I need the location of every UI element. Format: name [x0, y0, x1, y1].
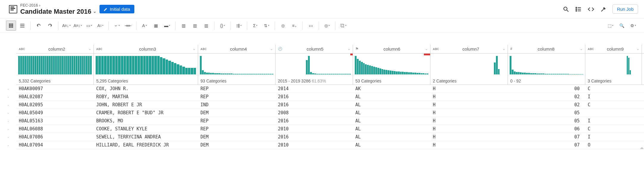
cell-c7[interactable]: H — [430, 101, 508, 109]
cell-c9[interactable] — [585, 109, 642, 117]
column-header-c5[interactable]: 🕘column5⌄ — [276, 45, 353, 53]
cell-c8[interactable]: 06 — [508, 125, 585, 133]
page-title[interactable]: Candidate Master 2016 ⌄ — [20, 8, 97, 15]
histogram-c7[interactable] — [430, 54, 508, 77]
replace-button[interactable]: ▬▾ — [162, 21, 172, 31]
eyedropper-icon[interactable] — [600, 6, 607, 13]
list-view-button[interactable] — [17, 21, 27, 31]
breadcrumb[interactable]: FEC-2016 › — [20, 3, 97, 8]
cell-c7[interactable]: H — [430, 141, 508, 149]
histogram-c3[interactable] — [94, 54, 198, 77]
cell-c4[interactable]: DEM — [198, 133, 276, 141]
cell-c8[interactable]: 05 — [508, 109, 585, 117]
cell-c4[interactable]: REP — [198, 85, 276, 93]
join-button[interactable]: ◎ — [278, 21, 288, 31]
sort-desc-button[interactable]: AB↕▾ — [73, 21, 83, 31]
table-row[interactable]: H0AK00097COX, JOHN R.REP2014AKH00C — [16, 85, 644, 93]
cell-c7[interactable]: H — [430, 109, 508, 117]
column-header-c6[interactable]: ⚑column6⌄ — [353, 45, 430, 53]
cell-c3[interactable]: ROBY, MARTHA — [94, 93, 198, 101]
histogram-c4[interactable] — [198, 54, 276, 77]
select-button[interactable]: ⬚▾ — [605, 21, 615, 31]
filter-button[interactable]: ⇶▾ — [234, 21, 244, 31]
undo-button[interactable] — [34, 21, 44, 31]
cell-c3[interactable]: BROOKS, MO — [94, 117, 198, 125]
chevron-down-icon[interactable]: ⌄ — [193, 47, 195, 51]
chevron-down-icon[interactable]: ⌄ — [88, 47, 91, 51]
column-header-c9[interactable]: ᴀʙᴄcolumn9⌄ — [585, 45, 642, 53]
column-header-c2[interactable]: ᴀʙᴄcolumn2⌄ — [16, 45, 94, 53]
cell-c7[interactable]: H — [430, 125, 508, 133]
column-op2-button[interactable]: ▥ — [190, 21, 200, 31]
cell-c7[interactable]: H — [430, 85, 508, 93]
chevron-down-icon[interactable]: ⌄ — [348, 47, 350, 51]
table-row[interactable]: H0AL06088COOKE, STANLEY KYLEREP2010ALH06… — [16, 125, 644, 133]
cell-c8[interactable]: 07 — [508, 141, 585, 149]
histogram-c9[interactable] — [585, 54, 642, 77]
search-icon[interactable] — [562, 6, 570, 13]
cell-c9[interactable]: I — [585, 117, 642, 125]
rename-button[interactable]: ▭▾ — [84, 21, 94, 31]
aggregate-button[interactable]: Σ▾ — [250, 21, 260, 31]
cell-c6[interactable]: AK — [353, 85, 430, 93]
cell-c2[interactable]: H0AL05163 — [16, 117, 94, 125]
table-row[interactable]: H0AL02095JOHN, ROBERT E JRIND2016ALH02C — [16, 101, 644, 109]
chevron-down-icon[interactable]: ⌄ — [637, 47, 639, 51]
cell-c3[interactable]: HILLIARD, EARL FREDERICK JR — [94, 141, 198, 149]
cell-c6[interactable]: AL — [353, 117, 430, 125]
cell-c3[interactable]: COX, JOHN R. — [94, 85, 198, 93]
cell-c2[interactable]: H0AL05049 — [16, 109, 94, 117]
cell-c5[interactable]: 2014 — [276, 85, 353, 93]
cell-c5[interactable]: 2008 — [276, 109, 353, 117]
pivot-button[interactable]: ⇅▾ — [262, 21, 272, 31]
column-header-c3[interactable]: ᴀʙᴄcolumn3⌄ — [94, 45, 198, 53]
extract-button[interactable]: ▦ — [151, 21, 161, 31]
column-header-c4[interactable]: ᴀʙᴄcolumn4⌄ — [198, 45, 276, 53]
histogram-c2[interactable] — [16, 54, 94, 77]
cell-c2[interactable]: H0AL07086 — [16, 133, 94, 141]
cell-c3[interactable]: CRAMER, ROBERT E "BUD" JR — [94, 109, 198, 117]
cell-c5[interactable]: 2010 — [276, 125, 353, 133]
cell-c2[interactable]: H0AK00097 — [16, 85, 94, 93]
cell-c5[interactable]: 2016 — [276, 117, 353, 125]
column-header-c7[interactable]: ᴀʙᴄcolumn7⌄ — [430, 45, 508, 53]
table-row[interactable]: H0AL05049CRAMER, ROBERT E "BUD" JRDEM200… — [16, 109, 644, 117]
settings-button[interactable]: ⚙▾ — [628, 21, 638, 31]
cell-c2[interactable]: H0AL06088 — [16, 125, 94, 133]
cell-c5[interactable]: 2016 — [276, 93, 353, 101]
union-button[interactable]: ≡₊ — [289, 21, 299, 31]
cell-c6[interactable]: AL — [353, 125, 430, 133]
chevron-down-icon[interactable]: ⌄ — [425, 47, 428, 51]
cell-c8[interactable]: 05 — [508, 117, 585, 125]
cell-c4[interactable]: REP — [198, 125, 276, 133]
cell-c4[interactable]: REP — [198, 117, 276, 125]
cell-c9[interactable]: C — [585, 125, 642, 133]
cell-c8[interactable]: 00 — [508, 85, 585, 93]
cell-c3[interactable]: COOKE, STANLEY KYLE — [94, 125, 198, 133]
cell-c6[interactable]: AL — [353, 93, 430, 101]
histogram-c8[interactable] — [508, 54, 585, 77]
cell-c6[interactable]: AL — [353, 101, 430, 109]
cell-c4[interactable]: IND — [198, 101, 276, 109]
cell-c5[interactable]: 2016 — [276, 133, 353, 141]
cell-c8[interactable]: 02 — [508, 93, 585, 101]
target-button[interactable]: ◎▾ — [322, 21, 332, 31]
cell-c7[interactable]: H — [430, 133, 508, 141]
grid-view-button[interactable] — [6, 21, 16, 31]
cell-c6[interactable]: AL — [353, 133, 430, 141]
table-row[interactable]: H0AL05163BROOKS, MOREP2016ALH05I — [16, 117, 644, 125]
chevron-down-icon[interactable]: ⌄ — [503, 47, 505, 51]
comment-button[interactable]: ▭ — [306, 21, 316, 31]
split-button[interactable]: ⫟▾ — [112, 21, 122, 31]
cell-c9[interactable]: C — [585, 101, 642, 109]
cell-c7[interactable]: H — [430, 117, 508, 125]
sort-asc-button[interactable]: AB↓▾ — [61, 21, 71, 31]
histogram-c6[interactable] — [353, 54, 430, 77]
table-row[interactable]: H0AL07094HILLIARD, EARL FREDERICK JRDEM2… — [16, 141, 644, 149]
cell-c2[interactable]: H0AL02095 — [16, 101, 94, 109]
table-row[interactable]: H0AL02087ROBY, MARTHAREP2016ALH02I — [16, 93, 644, 101]
chevron-down-icon[interactable]: ⌄ — [580, 47, 583, 51]
cell-c6[interactable]: AL — [353, 141, 430, 149]
cell-c2[interactable]: H0AL07094 — [16, 141, 94, 149]
column-op1-button[interactable]: ▥ — [178, 21, 189, 31]
